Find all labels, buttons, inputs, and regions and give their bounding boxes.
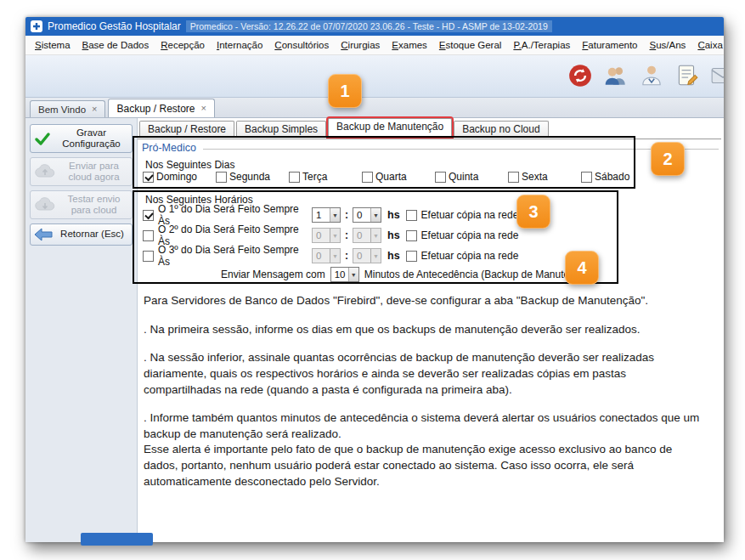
doctor-icon[interactable] (639, 63, 664, 88)
cloud-test-icon (34, 196, 56, 213)
day-domingo-checkbox[interactable] (143, 172, 154, 183)
schedule-2-hour-value: 0 (313, 230, 330, 240)
backup-tabstrip: Backup / Restore Backup Simples Backup d… (139, 121, 549, 137)
schedule-3-network-copy-checkbox[interactable] (406, 251, 417, 262)
toolbar (25, 55, 724, 98)
envelope-icon[interactable] (710, 63, 724, 88)
tab-bem-vindo-close-icon[interactable]: × (92, 105, 97, 114)
day-terca[interactable]: Terça (289, 171, 362, 183)
menu-item-caixa[interactable]: Caixa (691, 37, 724, 53)
message-prefix-label: Enviar Mensagem com (221, 269, 325, 280)
day-quarta[interactable]: Quarta (362, 171, 435, 183)
document-tabbar: Bem Vindo × Backup / Restore × (25, 98, 724, 118)
save-configuration-button[interactable]: Gravar Configuração (30, 124, 133, 153)
schedule-1-minute-value: 0 (353, 210, 370, 220)
menu-item-pa-terapias[interactable]: P.A./Terapias (507, 37, 576, 53)
tab-page-content: Backup / Restore Backup Simples Backup d… (138, 118, 724, 542)
users-icon[interactable] (603, 63, 629, 88)
day-quarta-checkbox[interactable] (362, 172, 373, 183)
schedule-3-checkbox[interactable] (143, 251, 154, 262)
schedule-1-minute-select[interactable]: 0 ▼ (353, 207, 381, 223)
sync-icon[interactable] (567, 63, 593, 88)
schedule-1-network-copy-checkbox[interactable] (406, 210, 417, 221)
test-cloud-send-button[interactable]: Testar envio para cloud (30, 190, 133, 219)
day-domingo-label: Domingo (156, 171, 197, 183)
window-title: Promedico Gestão Hospitalar (48, 20, 181, 32)
window-version-text: Promedico - Versão: 12.26.22 de 07/07/20… (186, 20, 552, 32)
inner-tab-backup-manutencao[interactable]: Backup de Manutenção (328, 118, 452, 137)
schedule-2-checkbox[interactable] (143, 230, 154, 241)
day-domingo[interactable]: Domingo (143, 171, 216, 183)
main-area: Gravar Configuração Enviar para cloud ag… (25, 118, 724, 542)
menu-item-base-de-dados[interactable]: Base de Dados (76, 37, 155, 53)
chevron-down-icon[interactable]: ▼ (330, 249, 340, 263)
schedule-2-hour-select[interactable]: 0 ▼ (312, 228, 341, 243)
day-sabado-checkbox[interactable] (581, 172, 592, 183)
notes-icon[interactable] (674, 63, 700, 88)
days-row: Domingo Segunda Terça Quarta (143, 171, 654, 183)
chevron-down-icon[interactable]: ▼ (370, 249, 381, 263)
day-segunda[interactable]: Segunda (216, 171, 289, 183)
tab-bem-vindo-label: Bem Vindo (38, 105, 86, 115)
return-label: Retornar (Esc) (56, 229, 128, 240)
inner-tab-backup-restore[interactable]: Backup / Restore (139, 121, 234, 137)
day-quarta-label: Quarta (375, 171, 407, 183)
return-button[interactable]: Retornar (Esc) (30, 223, 133, 246)
taskbar-fragment (81, 533, 153, 546)
menu-item-exames[interactable]: Exames (386, 37, 433, 53)
schedule-3-minute-value: 0 (353, 251, 370, 261)
save-configuration-label: Gravar Configuração (54, 127, 128, 150)
callout-badge-2: 2 (651, 142, 685, 176)
menu-item-cirurgias[interactable]: Cirurgias (335, 37, 386, 53)
day-sexta-checkbox[interactable] (508, 172, 519, 183)
schedule-2-network-copy-checkbox[interactable] (406, 230, 417, 241)
test-cloud-send-label: Testar envio para cloud (59, 194, 128, 216)
day-sabado[interactable]: Sábado (581, 171, 654, 183)
chevron-down-icon[interactable]: ▼ (330, 229, 340, 242)
toolbar-icons (567, 63, 724, 88)
chevron-down-icon[interactable]: ▼ (370, 229, 381, 242)
day-segunda-checkbox[interactable] (216, 172, 227, 183)
callout-badge-3: 3 (516, 195, 550, 229)
inner-tab-backup-simples[interactable]: Backup Simples (236, 121, 326, 137)
schedule-1-hour-select[interactable]: 1 ▼ (312, 207, 341, 223)
schedule-3-unit: hs (387, 250, 400, 262)
callout-badge-1: 1 (328, 74, 362, 108)
instruction-paragraph: Para Servidores de Banco de Dados "Fireb… (144, 293, 706, 309)
instruction-paragraph: . Informe também quantos minutos de ante… (144, 410, 706, 489)
day-quinta-checkbox[interactable] (435, 172, 446, 183)
chevron-down-icon[interactable]: ▼ (348, 268, 358, 281)
send-to-cloud-button[interactable]: Enviar para cloud agora (30, 157, 133, 186)
schedule-3-network-copy-label: Efetuar cópia na rede (421, 250, 519, 262)
tab-backup-restore[interactable]: Backup / Restore × (108, 99, 214, 117)
day-sabado-label: Sábado (595, 171, 629, 183)
screenshot-stage: Promedico Gestão Hospitalar Promedico - … (0, 0, 745, 560)
menu-item-sus-ans[interactable]: Sus/Ans (644, 37, 692, 53)
tab-backup-restore-close-icon[interactable]: × (201, 104, 206, 113)
menu-item-recepcao[interactable]: Recepção (155, 37, 211, 53)
menu-item-sistema[interactable]: Sistema (29, 37, 76, 53)
message-suffix-label: Minutos de Antecedência (Backup de Manut… (364, 269, 595, 280)
cloud-upload-icon (34, 163, 56, 180)
message-minutes-select[interactable]: 10 ▼ (330, 267, 359, 282)
chevron-down-icon[interactable]: ▼ (330, 208, 340, 222)
schedule-3-hour-value: 0 (313, 251, 330, 261)
callout-badge-4: 4 (565, 251, 599, 285)
instruction-paragraph: . Na primeira sessão, informe os dias em… (144, 322, 706, 338)
schedule-3-hour-select[interactable]: 0 ▼ (312, 248, 341, 263)
chevron-down-icon[interactable]: ▼ (370, 208, 381, 222)
arrow-left-icon (34, 228, 53, 241)
menu-item-estoque-geral[interactable]: Estoque Geral (433, 37, 508, 53)
menu-item-consultorios[interactable]: Consultórios (268, 37, 335, 53)
day-terca-checkbox[interactable] (289, 172, 300, 183)
day-sexta[interactable]: Sexta (508, 171, 581, 183)
tab-bem-vindo[interactable]: Bem Vindo × (30, 100, 105, 117)
day-quinta[interactable]: Quinta (435, 171, 508, 183)
menu-item-faturamento[interactable]: Faturamento (576, 37, 643, 53)
menu-item-internacao[interactable]: Internação (211, 37, 268, 53)
instruction-paragraph: . Na sessão inferior, assinale quantas o… (144, 350, 706, 398)
schedule-1-checkbox[interactable] (143, 210, 154, 221)
schedule-3-minute-select[interactable]: 0 ▼ (353, 248, 381, 263)
inner-tab-backup-cloud[interactable]: Backup no Cloud (454, 121, 548, 137)
schedule-2-minute-select[interactable]: 0 ▼ (353, 228, 381, 243)
